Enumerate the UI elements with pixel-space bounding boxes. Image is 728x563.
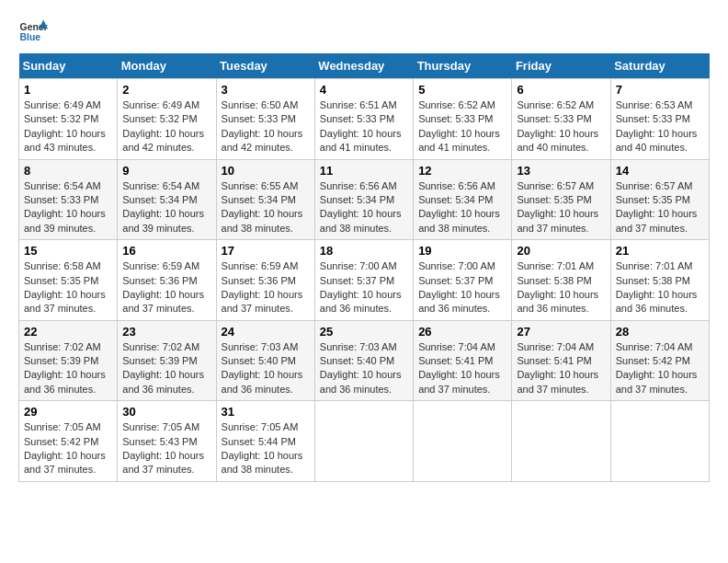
day-number: 23 bbox=[122, 325, 210, 339]
calendar-cell: 5Sunrise: 6:52 AMSunset: 5:33 PMDaylight… bbox=[414, 79, 512, 160]
day-number: 18 bbox=[320, 244, 408, 258]
calendar-cell: 28Sunrise: 7:04 AMSunset: 5:42 PMDayligh… bbox=[610, 320, 709, 401]
day-header-friday: Friday bbox=[512, 53, 610, 79]
day-info: Sunrise: 6:49 AMSunset: 5:32 PMDaylight:… bbox=[122, 98, 210, 155]
day-info: Sunrise: 6:49 AMSunset: 5:32 PMDaylight:… bbox=[24, 98, 112, 155]
day-info: Sunrise: 6:58 AMSunset: 5:35 PMDaylight:… bbox=[24, 259, 112, 316]
day-header-sunday: Sunday bbox=[19, 53, 118, 79]
day-info: Sunrise: 6:55 AMSunset: 5:34 PMDaylight:… bbox=[222, 179, 310, 236]
calendar-row-4: 22Sunrise: 7:02 AMSunset: 5:39 PMDayligh… bbox=[19, 320, 710, 401]
calendar-cell: 17Sunrise: 6:59 AMSunset: 5:36 PMDayligh… bbox=[216, 240, 314, 321]
day-number: 6 bbox=[517, 83, 605, 97]
day-info: Sunrise: 6:52 AMSunset: 5:33 PMDaylight:… bbox=[418, 98, 506, 155]
calendar-cell: 2Sunrise: 6:49 AMSunset: 5:32 PMDaylight… bbox=[118, 79, 216, 160]
calendar-cell: 13Sunrise: 6:57 AMSunset: 5:35 PMDayligh… bbox=[512, 159, 610, 240]
logo: General Blue bbox=[18, 18, 48, 44]
day-number: 27 bbox=[517, 325, 605, 339]
day-info: Sunrise: 7:02 AMSunset: 5:39 PMDaylight:… bbox=[122, 340, 210, 397]
calendar-cell: 30Sunrise: 7:05 AMSunset: 5:43 PMDayligh… bbox=[118, 401, 216, 482]
calendar-cell: 16Sunrise: 6:59 AMSunset: 5:36 PMDayligh… bbox=[118, 240, 216, 321]
day-number: 13 bbox=[517, 164, 605, 178]
day-info: Sunrise: 6:57 AMSunset: 5:35 PMDaylight:… bbox=[616, 179, 704, 236]
day-info: Sunrise: 7:04 AMSunset: 5:41 PMDaylight:… bbox=[418, 340, 506, 397]
calendar-cell: 3Sunrise: 6:50 AMSunset: 5:33 PMDaylight… bbox=[216, 79, 314, 160]
day-number: 28 bbox=[616, 325, 704, 339]
calendar-cell: 12Sunrise: 6:56 AMSunset: 5:34 PMDayligh… bbox=[414, 159, 512, 240]
day-number: 31 bbox=[222, 405, 310, 419]
calendar-cell: 4Sunrise: 6:51 AMSunset: 5:33 PMDaylight… bbox=[314, 79, 413, 160]
day-info: Sunrise: 7:05 AMSunset: 5:43 PMDaylight:… bbox=[122, 420, 210, 477]
calendar-cell: 8Sunrise: 6:54 AMSunset: 5:33 PMDaylight… bbox=[19, 159, 118, 240]
day-number: 7 bbox=[616, 83, 704, 97]
day-number: 20 bbox=[517, 244, 605, 258]
day-header-tuesday: Tuesday bbox=[216, 53, 314, 79]
calendar-cell: 27Sunrise: 7:04 AMSunset: 5:41 PMDayligh… bbox=[512, 320, 610, 401]
calendar-row-5: 29Sunrise: 7:05 AMSunset: 5:42 PMDayligh… bbox=[19, 401, 710, 482]
day-number: 30 bbox=[122, 405, 210, 419]
calendar-cell bbox=[314, 401, 413, 482]
day-info: Sunrise: 6:56 AMSunset: 5:34 PMDaylight:… bbox=[418, 179, 506, 236]
calendar-cell: 18Sunrise: 7:00 AMSunset: 5:37 PMDayligh… bbox=[314, 240, 413, 321]
day-info: Sunrise: 6:53 AMSunset: 5:33 PMDaylight:… bbox=[616, 98, 704, 155]
calendar-row-3: 15Sunrise: 6:58 AMSunset: 5:35 PMDayligh… bbox=[19, 240, 710, 321]
calendar-cell: 11Sunrise: 6:56 AMSunset: 5:34 PMDayligh… bbox=[314, 159, 413, 240]
calendar-cell bbox=[414, 401, 512, 482]
day-number: 10 bbox=[222, 164, 310, 178]
day-info: Sunrise: 7:02 AMSunset: 5:39 PMDaylight:… bbox=[24, 340, 112, 397]
day-header-monday: Monday bbox=[118, 53, 216, 79]
day-info: Sunrise: 7:01 AMSunset: 5:38 PMDaylight:… bbox=[616, 259, 704, 316]
day-number: 4 bbox=[320, 83, 408, 97]
calendar-cell: 10Sunrise: 6:55 AMSunset: 5:34 PMDayligh… bbox=[216, 159, 314, 240]
day-number: 12 bbox=[418, 164, 506, 178]
day-header-wednesday: Wednesday bbox=[314, 53, 413, 79]
calendar-cell bbox=[610, 401, 709, 482]
day-info: Sunrise: 6:51 AMSunset: 5:33 PMDaylight:… bbox=[320, 98, 408, 155]
day-info: Sunrise: 6:56 AMSunset: 5:34 PMDaylight:… bbox=[320, 179, 408, 236]
day-info: Sunrise: 7:00 AMSunset: 5:37 PMDaylight:… bbox=[418, 259, 506, 316]
day-number: 8 bbox=[24, 164, 112, 178]
day-number: 2 bbox=[122, 83, 210, 97]
day-number: 14 bbox=[616, 164, 704, 178]
day-header-thursday: Thursday bbox=[414, 53, 512, 79]
calendar-cell: 20Sunrise: 7:01 AMSunset: 5:38 PMDayligh… bbox=[512, 240, 610, 321]
day-number: 15 bbox=[24, 244, 112, 258]
calendar-cell: 21Sunrise: 7:01 AMSunset: 5:38 PMDayligh… bbox=[610, 240, 709, 321]
day-number: 1 bbox=[24, 83, 112, 97]
day-info: Sunrise: 7:03 AMSunset: 5:40 PMDaylight:… bbox=[222, 340, 310, 397]
day-info: Sunrise: 6:52 AMSunset: 5:33 PMDaylight:… bbox=[517, 98, 605, 155]
header: General Blue bbox=[18, 18, 710, 44]
day-info: Sunrise: 6:59 AMSunset: 5:36 PMDaylight:… bbox=[122, 259, 210, 316]
day-number: 25 bbox=[320, 325, 408, 339]
day-number: 17 bbox=[222, 244, 310, 258]
calendar-table: SundayMondayTuesdayWednesdayThursdayFrid… bbox=[18, 53, 710, 482]
calendar-cell: 23Sunrise: 7:02 AMSunset: 5:39 PMDayligh… bbox=[118, 320, 216, 401]
day-info: Sunrise: 6:54 AMSunset: 5:34 PMDaylight:… bbox=[122, 179, 210, 236]
day-info: Sunrise: 7:03 AMSunset: 5:40 PMDaylight:… bbox=[320, 340, 408, 397]
calendar-cell: 22Sunrise: 7:02 AMSunset: 5:39 PMDayligh… bbox=[19, 320, 118, 401]
calendar-row-1: 1Sunrise: 6:49 AMSunset: 5:32 PMDaylight… bbox=[19, 79, 710, 160]
calendar-cell: 14Sunrise: 6:57 AMSunset: 5:35 PMDayligh… bbox=[610, 159, 709, 240]
header-row: SundayMondayTuesdayWednesdayThursdayFrid… bbox=[19, 53, 710, 79]
calendar-row-2: 8Sunrise: 6:54 AMSunset: 5:33 PMDaylight… bbox=[19, 159, 710, 240]
calendar-cell: 24Sunrise: 7:03 AMSunset: 5:40 PMDayligh… bbox=[216, 320, 314, 401]
day-number: 26 bbox=[418, 325, 506, 339]
calendar-cell: 26Sunrise: 7:04 AMSunset: 5:41 PMDayligh… bbox=[414, 320, 512, 401]
calendar-cell: 9Sunrise: 6:54 AMSunset: 5:34 PMDaylight… bbox=[118, 159, 216, 240]
calendar-cell: 15Sunrise: 6:58 AMSunset: 5:35 PMDayligh… bbox=[19, 240, 118, 321]
day-number: 24 bbox=[222, 325, 310, 339]
calendar-cell: 7Sunrise: 6:53 AMSunset: 5:33 PMDaylight… bbox=[610, 79, 709, 160]
day-info: Sunrise: 6:59 AMSunset: 5:36 PMDaylight:… bbox=[222, 259, 310, 316]
calendar-cell bbox=[512, 401, 610, 482]
calendar-cell: 19Sunrise: 7:00 AMSunset: 5:37 PMDayligh… bbox=[414, 240, 512, 321]
calendar-cell: 25Sunrise: 7:03 AMSunset: 5:40 PMDayligh… bbox=[314, 320, 413, 401]
logo-icon: General Blue bbox=[18, 18, 48, 44]
day-number: 22 bbox=[24, 325, 112, 339]
day-info: Sunrise: 7:04 AMSunset: 5:42 PMDaylight:… bbox=[616, 340, 704, 397]
svg-text:Blue: Blue bbox=[20, 32, 41, 42]
calendar-cell: 29Sunrise: 7:05 AMSunset: 5:42 PMDayligh… bbox=[19, 401, 118, 482]
day-info: Sunrise: 7:04 AMSunset: 5:41 PMDaylight:… bbox=[517, 340, 605, 397]
day-info: Sunrise: 6:54 AMSunset: 5:33 PMDaylight:… bbox=[24, 179, 112, 236]
day-info: Sunrise: 7:00 AMSunset: 5:37 PMDaylight:… bbox=[320, 259, 408, 316]
day-number: 5 bbox=[418, 83, 506, 97]
day-number: 11 bbox=[320, 164, 408, 178]
